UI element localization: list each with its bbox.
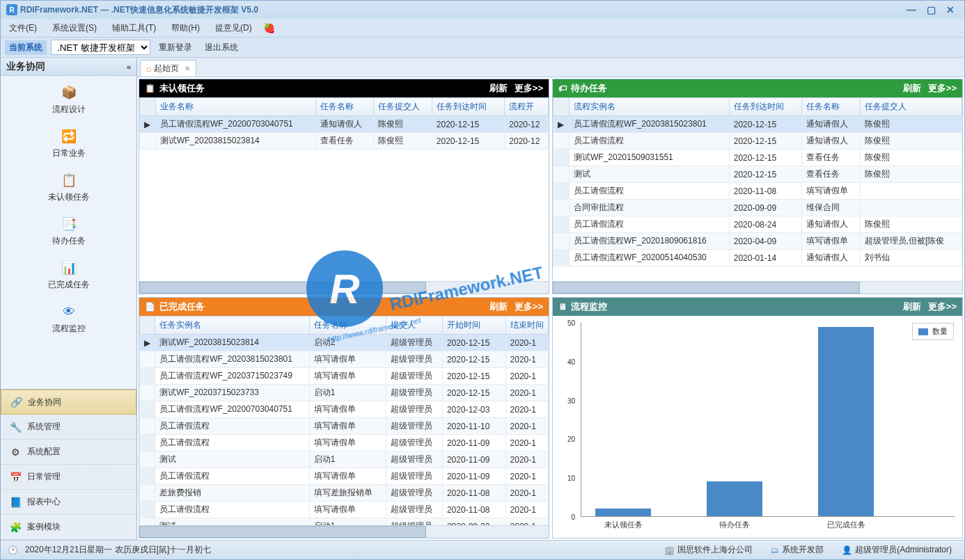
chart-x-label: 待办任务 [693, 520, 776, 530]
cell: 2020-11-09 [442, 468, 505, 485]
cell: 填写请假单 [309, 368, 386, 385]
cell: 2020-1 [505, 502, 548, 518]
chart-x-label: 未认领任务 [581, 520, 665, 530]
cell: 2020-12-15 [729, 166, 801, 183]
cell: 2020-1 [505, 485, 548, 502]
unclaimed-grid[interactable]: 业务名称任务名称任务提交人任务到达时间流程开▶员工请假流程WF_20200703… [139, 97, 549, 281]
refresh-button[interactable]: 刷新 [903, 82, 921, 95]
table-row[interactable]: 员工请假流程填写请假单超级管理员2020-11-092020-1 [140, 435, 549, 451]
cell: 2020-09-09 [729, 200, 801, 216]
table-row[interactable]: 员工请假流程2020-11-08填写请假单 [554, 183, 962, 200]
nav-item[interactable]: ⚙系统配置 [1, 440, 136, 465]
tab-start-page[interactable]: ⌂ 起始页 ✕ [140, 60, 196, 77]
completed-grid[interactable]: 任务实例名任务名称提交人开始时间结束时间▶测试WF_20203815023814… [139, 316, 549, 525]
table-row[interactable]: ▶员工请假流程WF_202038150238012020-12-15通知请假人陈… [554, 116, 962, 133]
nav-item-icon: ⚙ [9, 446, 22, 458]
table-row[interactable]: 测试WF_20203815023814查看任务陈俊熙2020-12-152020… [140, 133, 549, 150]
table-row[interactable]: 员工请假流程WF_202018090618162020-04-09填写请假单超级… [554, 233, 962, 250]
table-row[interactable]: 测试启动1超级管理员2020-09-222020-1 [140, 518, 549, 526]
system-toolbar: 当前系统 .NET 敏捷开发框架 重新登录 退出系统 [1, 37, 964, 58]
nav-item[interactable]: 📘报表中心 [1, 490, 136, 515]
menu-item[interactable]: 系统设置(S) [48, 20, 101, 36]
refresh-button[interactable]: 刷新 [489, 301, 508, 313]
cell: 超级管理员 [386, 368, 443, 385]
nav-item-icon: 📅 [9, 471, 22, 483]
table-row[interactable]: 合同审批流程2020-09-09维保合同 [554, 200, 962, 216]
relogin-button[interactable]: 重新登录 [155, 40, 196, 56]
table-row[interactable]: 员工请假流程填写请假单超级管理员2020-11-092020-1 [140, 468, 549, 485]
exit-button[interactable]: 退出系统 [201, 40, 242, 56]
cell: 员工请假流程WF_20200703040751 [155, 401, 310, 418]
table-row[interactable]: 测试2020-12-15查看任务陈俊熙 [554, 166, 962, 183]
todo-grid[interactable]: 流程实例名任务到达时间任务名称任务提交人▶员工请假流程WF_2020381502… [553, 97, 962, 281]
menu-item[interactable]: 文件(E) [5, 20, 41, 36]
scrollbar[interactable] [139, 281, 549, 294]
cell: 陈俊熙 [374, 133, 432, 150]
table-row[interactable]: 员工请假流程填写请假单超级管理员2020-11-102020-1 [140, 418, 549, 435]
cell: 通知请假人 [315, 116, 374, 133]
table-row[interactable]: 测试启动1超级管理员2020-11-092020-1 [140, 451, 549, 468]
nav-item[interactable]: 🔧系统管理 [1, 415, 136, 440]
nav-item[interactable]: 🧩案例模块 [1, 515, 136, 540]
sidebar-title: 业务协同 [6, 61, 45, 73]
maximize-button[interactable]: ▢ [923, 4, 939, 15]
table-row[interactable]: 员工请假流程2020-12-15通知请假人陈俊熙 [554, 133, 962, 150]
tab-close-icon[interactable]: ✕ [185, 65, 190, 72]
close-button[interactable]: ✕ [942, 4, 959, 15]
side-item[interactable]: 📊已完成任务 [48, 259, 90, 291]
content-area: ⌂ 起始页 ✕ 📋 未认领任务 刷新 更多>> 业务名称任务名称任务提交人任务到… [137, 58, 964, 540]
cell: 陈俊熙 [860, 216, 962, 233]
table-row[interactable]: ▶测试WF_20203815023814启动2超级管理员2020-12-1520… [140, 335, 549, 351]
sidebar-header[interactable]: 业务协同 « [1, 58, 136, 76]
more-button[interactable]: 更多>> [515, 301, 543, 313]
panel-title: 待办任务 [571, 82, 607, 95]
more-button[interactable]: 更多>> [928, 301, 957, 313]
side-item[interactable]: 👁流程监控 [52, 303, 86, 335]
side-item-label: 已完成任务 [48, 279, 90, 291]
side-item-icon: 📋 [59, 172, 79, 189]
menu-item[interactable]: 提意见(D) [211, 20, 256, 36]
refresh-button[interactable]: 刷新 [489, 82, 508, 95]
cell: 超级管理员 [386, 335, 443, 351]
cell: 2020-1 [505, 335, 548, 351]
table-row[interactable]: 员工请假流程WF_20203715023749填写请假单超级管理员2020-12… [140, 368, 549, 385]
side-item[interactable]: 🔁日常业务 [52, 128, 86, 159]
more-button[interactable]: 更多>> [928, 82, 957, 95]
table-row[interactable]: 员工请假流程WF_20203815023801填写请假单超级管理员2020-12… [140, 351, 549, 368]
side-item[interactable]: 📋未认领任务 [48, 172, 90, 203]
cell: 陈俊熙 [860, 150, 962, 166]
panel-process-monitor: 🖥 流程监控 刷新 更多>> 数量 01020304050 未认领任务待办任务已… [552, 297, 963, 538]
cell: 超级管理员 [386, 351, 443, 368]
scrollbar[interactable] [139, 525, 549, 538]
minimize-button[interactable]: ― [903, 4, 920, 15]
strawberry-icon[interactable]: 🍓 [263, 22, 275, 33]
nav-item[interactable]: 📅日常管理 [1, 465, 136, 490]
table-row[interactable]: ▶员工请假流程WF_20200703040751通知请假人陈俊熙2020-12-… [140, 116, 549, 133]
table-row[interactable]: 员工请假流程WF_20200703040751填写请假单超级管理员2020-12… [140, 401, 549, 418]
side-item[interactable]: 📦流程设计 [52, 84, 86, 115]
clock-icon: 🕐 [8, 545, 18, 555]
refresh-button[interactable]: 刷新 [903, 301, 921, 313]
menu-item[interactable]: 辅助工具(T) [108, 20, 160, 36]
window-title: RDIFramework.NET — .NET快速信息化系统敏捷开发框架 V5.… [20, 4, 258, 16]
cell: 超级管理员 [386, 518, 443, 526]
table-row[interactable]: 测试WF_202015090315512020-12-15查看任务陈俊熙 [554, 150, 962, 166]
table-row[interactable]: 差旅费报销填写差旅报销单超级管理员2020-11-082020-1 [140, 485, 549, 502]
cell: 启动1 [309, 451, 386, 468]
table-row[interactable]: 测试WF_20203715023733启动1超级管理员2020-12-15202… [140, 385, 549, 401]
side-item[interactable]: 📑待办任务 [52, 216, 86, 247]
system-select[interactable]: .NET 敏捷开发框架 [51, 40, 150, 55]
table-row[interactable]: 员工请假流程WF_202005140405302020-01-14通知请假人刘书… [554, 250, 962, 266]
cell: 员工请假流程WF_20203815023801 [155, 351, 310, 368]
menu-item[interactable]: 帮助(H) [167, 20, 204, 36]
table-row[interactable]: 员工请假流程2020-08-24通知请假人陈俊熙 [554, 216, 962, 233]
more-button[interactable]: 更多>> [515, 82, 543, 95]
monitor-chart: 数量 01020304050 未认领任务待办任务已完成任务 [553, 316, 962, 538]
scrollbar[interactable] [553, 281, 962, 294]
table-row[interactable]: 员工请假流程填写请假单超级管理员2020-11-082020-1 [140, 502, 549, 518]
cell: 员工请假流程WF_20200703040751 [155, 116, 315, 133]
cell: 员工请假流程WF_20200514040530 [569, 250, 729, 266]
nav-item[interactable]: 🔗业务协同 [1, 390, 136, 415]
side-item-icon: 👁 [59, 303, 79, 320]
sidebar-body: 📦流程设计🔁日常业务📋未认领任务📑待办任务📊已完成任务👁流程监控 [1, 76, 136, 389]
